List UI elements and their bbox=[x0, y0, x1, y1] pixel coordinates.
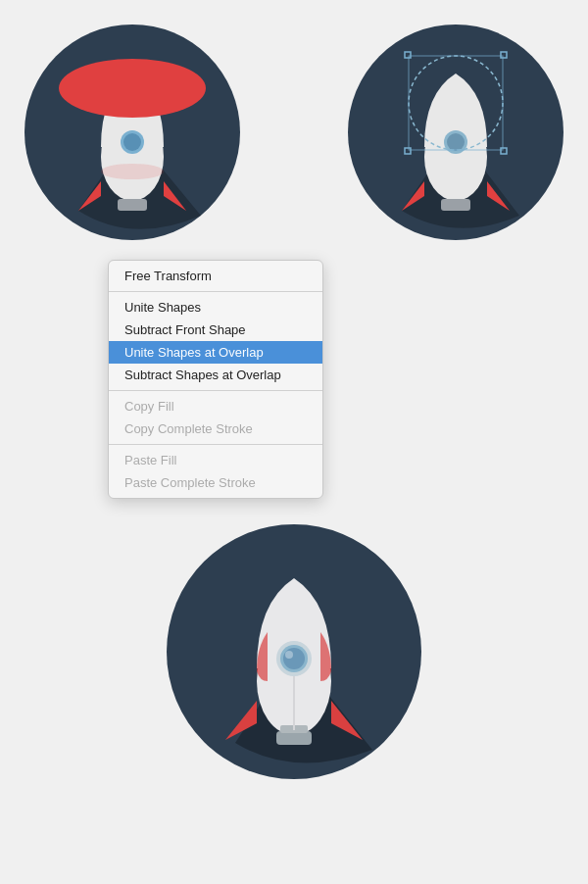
context-menu: Free Transform Unite Shapes Subtract Fro… bbox=[108, 260, 323, 499]
svg-rect-20 bbox=[276, 731, 312, 745]
svg-point-11 bbox=[447, 133, 465, 151]
svg-point-6 bbox=[59, 59, 206, 118]
svg-point-5 bbox=[101, 164, 164, 179]
bottom-rocket-container bbox=[162, 519, 426, 784]
top-right-rocket-container bbox=[343, 20, 568, 245]
svg-point-25 bbox=[285, 651, 293, 659]
menu-item-paste-stroke: Paste Complete Stroke bbox=[109, 471, 322, 494]
menu-item-free-transform[interactable]: Free Transform bbox=[109, 265, 322, 287]
menu-item-unite-overlap[interactable]: Unite Shapes at Overlap bbox=[109, 341, 322, 364]
svg-point-24 bbox=[283, 648, 305, 669]
menu-item-unite-shapes[interactable]: Unite Shapes bbox=[109, 296, 322, 319]
top-left-rocket-container bbox=[20, 20, 245, 245]
svg-point-4 bbox=[123, 133, 141, 151]
menu-item-copy-fill: Copy Fill bbox=[109, 395, 322, 417]
top-left-rocket-svg bbox=[20, 20, 245, 245]
menu-separator-1 bbox=[109, 291, 322, 292]
menu-item-subtract-front[interactable]: Subtract Front Shape bbox=[109, 319, 322, 341]
bottom-rocket-svg bbox=[162, 519, 426, 784]
menu-separator-3 bbox=[109, 444, 322, 445]
menu-item-paste-fill: Paste Fill bbox=[109, 449, 322, 471]
top-right-rocket-svg bbox=[343, 20, 568, 245]
menu-item-subtract-overlap[interactable]: Subtract Shapes at Overlap bbox=[109, 364, 322, 386]
svg-rect-9 bbox=[441, 199, 470, 211]
menu-separator-2 bbox=[109, 390, 322, 391]
svg-rect-2 bbox=[118, 199, 147, 211]
menu-item-copy-stroke: Copy Complete Stroke bbox=[109, 417, 322, 440]
